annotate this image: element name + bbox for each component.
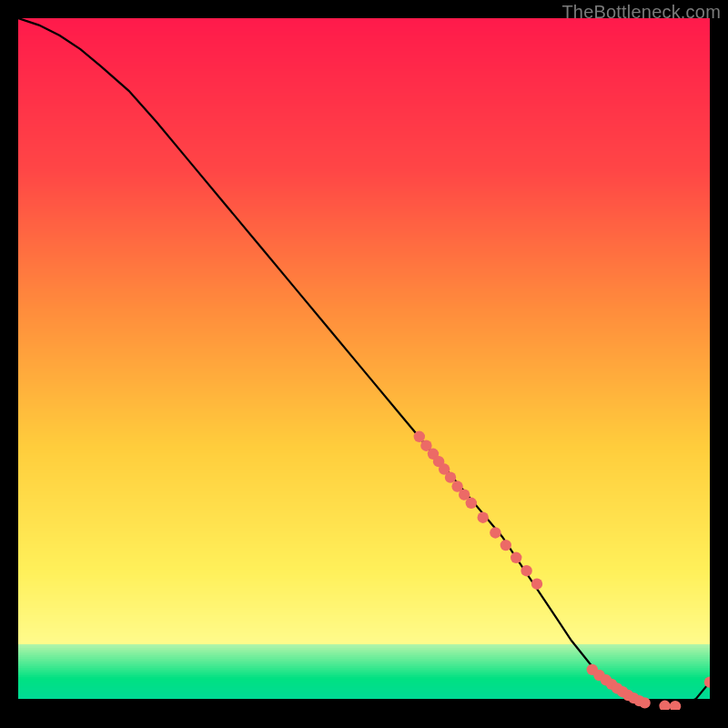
data-point (414, 431, 425, 442)
bottleneck-chart (18, 18, 710, 710)
data-point (490, 527, 500, 538)
data-point (478, 512, 489, 523)
data-point (500, 540, 511, 551)
data-point (466, 498, 477, 509)
svg-rect-380 (18, 708, 710, 710)
data-point (521, 565, 531, 576)
data-point (445, 471, 456, 482)
data-point (511, 552, 521, 563)
data-point (531, 578, 542, 589)
chart-stage: TheBottleneck.com (0, 0, 728, 728)
data-point (639, 697, 650, 708)
chart-background (18, 18, 710, 710)
